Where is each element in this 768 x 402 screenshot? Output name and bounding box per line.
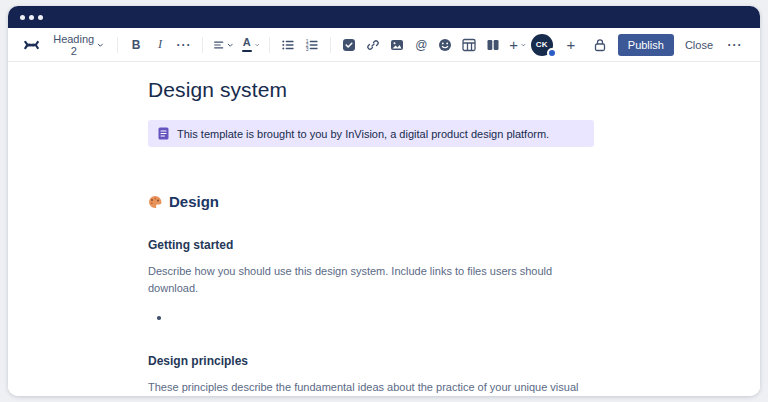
template-info-text: This template is brought to you by InVis… bbox=[177, 128, 549, 140]
empty-bullet-item[interactable] bbox=[148, 312, 594, 324]
svg-text:3: 3 bbox=[306, 45, 309, 51]
alignment-button[interactable] bbox=[210, 33, 237, 57]
palette-icon bbox=[148, 195, 162, 209]
restrictions-button[interactable] bbox=[589, 33, 611, 57]
table-icon bbox=[462, 38, 476, 52]
link-button[interactable] bbox=[362, 33, 384, 57]
design-principles-heading: Design principles bbox=[148, 354, 594, 368]
text-style-dropdown[interactable]: Heading 2 bbox=[47, 33, 110, 57]
editor-logo-icon bbox=[22, 33, 45, 57]
editor-toolbar: Heading 2 B I ··· A 1 2 3 bbox=[8, 28, 760, 62]
chevron-down-icon bbox=[255, 41, 260, 49]
chevron-down-icon bbox=[227, 41, 233, 49]
layouts-button[interactable] bbox=[482, 33, 504, 57]
mention-button[interactable]: @ bbox=[410, 33, 432, 57]
chevron-down-icon bbox=[97, 41, 104, 49]
design-principles-paragraph: These principles describe the fundamenta… bbox=[148, 379, 594, 396]
bold-label: B bbox=[132, 38, 141, 52]
page-title: Design system bbox=[148, 78, 594, 102]
align-left-icon bbox=[213, 38, 224, 52]
lock-icon bbox=[593, 38, 607, 52]
editor-content-area[interactable]: Design system This template is brought t… bbox=[8, 62, 760, 396]
link-icon bbox=[366, 38, 380, 52]
avatar-badge bbox=[547, 48, 557, 58]
plus-icon: + bbox=[566, 37, 575, 52]
bullet-marker bbox=[157, 316, 161, 320]
toolbar-divider bbox=[269, 37, 270, 53]
toolbar-divider bbox=[330, 37, 331, 53]
template-info-panel: This template is brought to you by InVis… bbox=[148, 120, 594, 147]
template-doc-icon bbox=[158, 127, 169, 140]
emoji-button[interactable] bbox=[434, 33, 456, 57]
document-body: Design system This template is brought t… bbox=[148, 78, 594, 396]
insert-more-button[interactable]: + bbox=[506, 33, 528, 57]
bullet-list-button[interactable] bbox=[277, 33, 299, 57]
image-icon bbox=[390, 38, 404, 52]
chevron-down-icon bbox=[521, 41, 526, 49]
emoji-icon bbox=[438, 38, 452, 52]
window-control-dot[interactable] bbox=[29, 15, 34, 20]
bold-button[interactable]: B bbox=[125, 33, 147, 57]
action-item-button[interactable] bbox=[338, 33, 360, 57]
table-button[interactable] bbox=[458, 33, 480, 57]
bullet-list-icon bbox=[281, 38, 295, 52]
italic-button[interactable]: I bbox=[149, 33, 171, 57]
action-item-icon bbox=[342, 38, 356, 52]
text-color-icon: A bbox=[242, 37, 252, 52]
window-control-dot[interactable] bbox=[20, 15, 25, 20]
toolbar-divider bbox=[117, 37, 118, 53]
more-formatting-label: ··· bbox=[176, 38, 191, 52]
close-button[interactable]: Close bbox=[681, 35, 717, 55]
window-titlebar bbox=[8, 6, 760, 28]
image-button[interactable] bbox=[386, 33, 408, 57]
getting-started-heading: Getting started bbox=[148, 238, 594, 252]
mention-icon: @ bbox=[415, 38, 427, 52]
design-heading-text: Design bbox=[169, 193, 219, 210]
toolbar-divider bbox=[202, 37, 203, 53]
italic-label: I bbox=[158, 37, 162, 52]
window-control-dot[interactable] bbox=[38, 15, 43, 20]
more-actions-button[interactable]: ··· bbox=[724, 33, 746, 57]
add-people-button[interactable]: + bbox=[560, 33, 582, 57]
layouts-icon bbox=[486, 38, 500, 52]
avatar-initials: CK bbox=[536, 40, 548, 49]
more-formatting-button[interactable]: ··· bbox=[173, 33, 195, 57]
more-actions-label: ··· bbox=[728, 38, 743, 52]
design-section-heading: Design bbox=[148, 193, 594, 210]
numbered-list-icon: 1 2 3 bbox=[305, 38, 319, 52]
text-color-button[interactable]: A bbox=[239, 33, 263, 57]
publish-button[interactable]: Publish bbox=[618, 34, 674, 56]
numbered-list-button[interactable]: 1 2 3 bbox=[301, 33, 323, 57]
plus-icon: + bbox=[509, 37, 518, 52]
getting-started-paragraph: Describe how you should use this design … bbox=[148, 263, 594, 296]
text-style-label: Heading 2 bbox=[53, 33, 94, 57]
browser-window: Heading 2 B I ··· A 1 2 3 bbox=[8, 6, 760, 396]
avatar[interactable]: CK bbox=[531, 34, 553, 56]
